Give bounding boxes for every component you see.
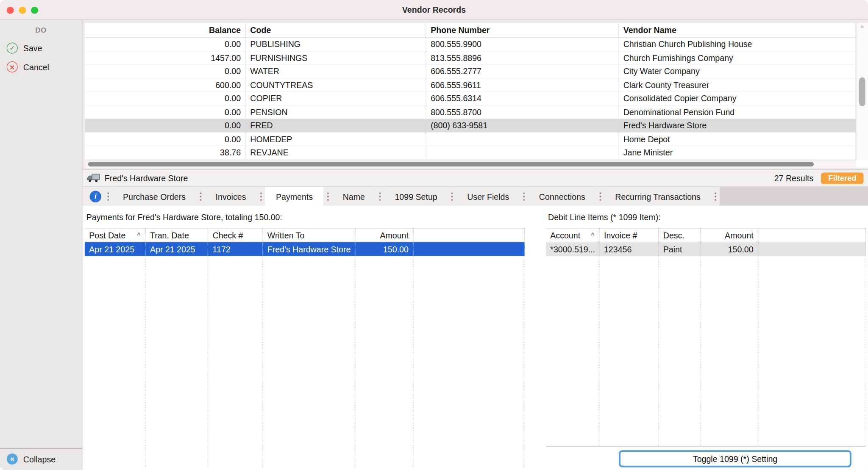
tab-payments[interactable]: Payments (265, 187, 323, 205)
collapse-button-label: Collapse (23, 454, 56, 464)
vendor-balance: 0.00 (85, 65, 246, 78)
payment-amount: 150.00 (356, 242, 414, 256)
debit-table-header: Account ^ Invoice # Desc. Amount (546, 228, 866, 242)
column-header-post-date[interactable]: Post Date ^ (85, 228, 146, 241)
payments-table-empty-area (85, 256, 525, 468)
vendor-row[interactable]: 0.00 COPIER 606.555.6314 Consolidated Co… (85, 92, 856, 105)
info-button-wrap: i (83, 187, 104, 205)
vendor-code: PUBLISHING (246, 38, 426, 51)
check-icon: ✓ (7, 43, 18, 54)
vendor-name: Jane Minister (619, 146, 856, 160)
vendor-name: Clark County Treasurer (619, 78, 856, 92)
debit-line-items-table: Account ^ Invoice # Desc. Amount *3000.5… (546, 228, 866, 447)
sort-ascending-icon: ^ (137, 232, 140, 238)
tab-user-fields[interactable]: User Fields (456, 187, 520, 205)
results-count: 27 Results (774, 173, 814, 182)
vendor-name: Fred's Hardware Store (619, 119, 856, 133)
column-header-check-number[interactable]: Check # (208, 228, 263, 241)
column-header-code[interactable]: Code (246, 23, 426, 37)
drag-handle-icon (196, 187, 205, 205)
payments-caption: Payments for Fred's Hardware Store, tota… (86, 213, 282, 222)
horizontal-scrollbar[interactable] (85, 160, 856, 167)
debit-desc: Paint (659, 242, 701, 256)
tab-connections[interactable]: Connections (529, 187, 596, 205)
vendor-code: FRED (246, 119, 426, 133)
save-button[interactable]: ✓ Save (0, 39, 82, 57)
vendor-row[interactable]: 1457.00 FURNISHINGS 813.555.8896 Church … (85, 51, 856, 65)
tab-name[interactable]: Name (332, 187, 376, 205)
tab-bar-fill (720, 187, 868, 205)
tab-content: Payments for Fred's Hardware Store, tota… (83, 206, 868, 470)
window-controls (7, 0, 38, 20)
drag-handle-icon (323, 187, 332, 205)
vendor-row[interactable]: 600.00 COUNTYTREAS 606.555.9611 Clark Co… (85, 78, 856, 92)
tab-recurring-transactions[interactable]: Recurring Transactions (604, 187, 711, 205)
vendor-phone (426, 146, 619, 160)
window-title: Vendor Records (402, 5, 466, 14)
vendor-row[interactable]: 0.00 PUBLISHING 800.555.9900 Christian C… (85, 38, 856, 51)
vertical-scrollbar[interactable]: ^ (856, 23, 868, 160)
debit-account: *3000.519... (546, 242, 600, 256)
payment-tran-date: Apr 21 2025 (146, 242, 209, 256)
x-icon: × (7, 61, 18, 72)
vendor-balance: 1457.00 (85, 51, 246, 65)
vendor-phone (426, 133, 619, 146)
debit-invoice-number: 123456 (600, 242, 659, 256)
info-icon[interactable]: i (90, 191, 101, 202)
close-window-button[interactable] (7, 6, 14, 14)
zoom-window-button[interactable] (31, 6, 38, 14)
sidebar: DO ✓ Save × Cancel « Collapse (0, 20, 83, 470)
drag-handle-icon (596, 187, 605, 205)
column-header-empty (414, 228, 525, 241)
vendor-code: PENSION (246, 105, 426, 119)
debit-items-caption: Debit Line Items (* 1099 Item): (548, 213, 661, 222)
minimize-window-button[interactable] (19, 6, 26, 14)
collapse-button[interactable]: « Collapse (0, 448, 82, 470)
vendor-balance: 600.00 (85, 78, 246, 92)
vertical-scrollbar-thumb[interactable] (859, 77, 865, 106)
cancel-button[interactable]: × Cancel (0, 58, 82, 76)
vendor-balance: 0.00 (85, 92, 246, 105)
column-header-vendor-name[interactable]: Vendor Name (619, 23, 856, 37)
column-header-tran-date[interactable]: Tran. Date (146, 228, 209, 241)
horizontal-scrollbar-thumb[interactable] (88, 162, 814, 166)
column-header-amount[interactable]: Amount (356, 228, 414, 241)
vendor-code: COUNTYTREAS (246, 78, 426, 92)
truck-icon (87, 174, 100, 182)
column-header-label: Account (550, 230, 580, 240)
column-header-invoice-number[interactable]: Invoice # (600, 228, 659, 241)
vendor-balance: 0.00 (85, 105, 246, 119)
column-header-phone-number[interactable]: Phone Number (426, 23, 619, 37)
debit-empty-cell (758, 242, 865, 256)
titlebar: Vendor Records (0, 0, 868, 20)
vendor-row-selected[interactable]: 0.00 FRED (800) 633-9581 Fred's Hardware… (85, 119, 856, 133)
selected-record-title: Fred's Hardware Store (105, 173, 188, 182)
column-header-balance[interactable]: Balance (85, 23, 246, 37)
column-header-empty (758, 228, 865, 241)
toggle-1099-setting-button[interactable]: Toggle 1099 (*) Setting (619, 450, 851, 467)
vendor-name: Denominational Pension Fund (619, 105, 856, 119)
vendor-row[interactable]: 0.00 WATER 606.555.2777 City Water Compa… (85, 65, 856, 78)
vendor-name: Consolidated Copier Company (619, 92, 856, 105)
drag-handle-icon (520, 187, 529, 205)
debit-line-row-selected[interactable]: *3000.519... 123456 Paint 150.00 (546, 242, 866, 256)
column-header-account[interactable]: Account ^ (546, 228, 600, 241)
vendor-row[interactable]: 0.00 PENSION 800.555.8700 Denominational… (85, 105, 856, 119)
column-header-desc[interactable]: Desc. (659, 228, 701, 241)
column-header-written-to[interactable]: Written To (263, 228, 355, 241)
debit-table-empty-area (546, 256, 866, 446)
scroll-up-icon[interactable]: ^ (857, 24, 868, 31)
vendor-row[interactable]: 38.76 REVJANE Jane Minister (85, 146, 856, 160)
vendor-phone: 606.555.2777 (426, 65, 619, 78)
filtered-badge[interactable]: Filtered (821, 172, 864, 184)
tab-1099-setup[interactable]: 1099 Setup (384, 187, 448, 205)
tab-invoices[interactable]: Invoices (205, 187, 257, 205)
payment-written-to: Fred's Hardware Store (263, 242, 355, 256)
tab-purchase-orders[interactable]: Purchase Orders (112, 187, 196, 205)
payments-table: Post Date ^ Tran. Date Check # Written T… (85, 228, 525, 468)
tab-bar: i Purchase Orders Invoices Payments Name… (83, 187, 868, 205)
vendor-row[interactable]: 0.00 HOMEDEP Home Depot (85, 133, 856, 146)
payment-row-selected[interactable]: Apr 21 2025 Apr 21 2025 1172 Fred's Hard… (85, 242, 525, 256)
column-header-amount[interactable]: Amount (701, 228, 759, 241)
vendor-phone: 606.555.9611 (426, 78, 619, 92)
